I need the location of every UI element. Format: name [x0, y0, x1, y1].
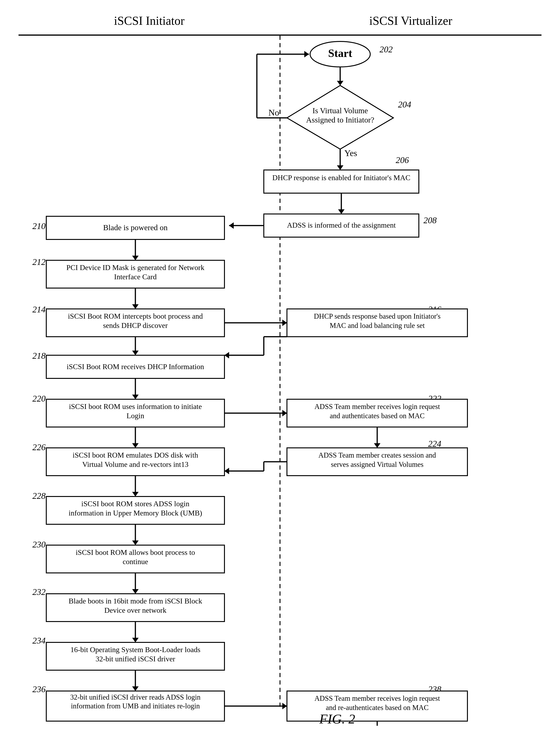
arrow-head-222-224	[374, 443, 380, 448]
box-226-text-1: iSCSI boot ROM emulates DOS disk with	[73, 451, 198, 459]
ref-232: 232	[33, 587, 45, 597]
ref-204: 204	[398, 100, 411, 109]
ref-226: 226	[33, 442, 45, 452]
box-216-text-1: DHCP sends response based upon Initiator…	[314, 312, 441, 320]
ref-206: 206	[396, 155, 409, 165]
box-224-text-1: ADSS Team member creates session and	[318, 451, 436, 459]
box-212-text-1: PCI Device ID Mask is generated for Netw…	[66, 263, 204, 272]
ref-208: 208	[423, 215, 437, 225]
left-column-header: iSCSI Initiator	[19, 14, 280, 27]
box-214-text-2: sends DHCP discover	[103, 321, 168, 330]
box-206-text-1: DHCP response is enabled for Initiator's…	[272, 173, 411, 182]
arrow-head-to-238	[282, 703, 287, 709]
arrow-head-to-218-left	[132, 351, 139, 355]
arrow-head-212-214	[132, 304, 139, 309]
arrow-head-to-218	[224, 352, 229, 359]
box-236-text-1: 32-bit unified iSCSI driver reads ADSS l…	[70, 693, 201, 701]
box-228-text-2: information in Upper Memory Block (UMB)	[69, 509, 202, 517]
svg-text:Blade is powered on: Blade is powered on	[103, 223, 168, 232]
flowchart-svg: Start 202 Is Virtual Volume Assigned to …	[19, 36, 541, 726]
arrow-head-to-226	[224, 468, 229, 474]
box-234-text-1: 16-bit Operating System Boot-Loader load…	[71, 645, 200, 654]
ref-234: 234	[33, 636, 45, 645]
box-236-text-2: information from UMB and initiates re-lo…	[71, 702, 200, 710]
arrow-head-208-left	[229, 222, 234, 229]
arrow-head-218-220	[132, 394, 139, 399]
yes-label: Yes	[344, 148, 357, 158]
box-234-text-2: 32-bit unified iSCSI driver	[96, 655, 175, 663]
no-label: No	[268, 108, 279, 117]
box-230-text-2: continue	[123, 557, 148, 566]
column-headers: iSCSI Initiator iSCSI Virtualizer	[19, 14, 541, 27]
ref-224: 224	[428, 439, 441, 448]
box-232-text-2: Device over network	[104, 606, 166, 614]
box-228-text-1: iSCSI boot ROM stores ADSS login	[81, 500, 189, 508]
box-220-text-1: iSCSI boot ROM uses information to initi…	[69, 402, 202, 410]
box-218-text: iSCSI Boot ROM receives DHCP Information	[67, 362, 204, 371]
ref-218: 218	[33, 351, 45, 361]
ref-236: 236	[33, 684, 45, 694]
box-232-text-1: Blade boots in 16bit mode from iSCSI Blo…	[69, 597, 202, 605]
ref-220: 220	[33, 394, 45, 403]
arrow-head-234-236	[132, 687, 139, 691]
arrow-head-1	[337, 81, 343, 85]
arrow-head-to-222	[282, 410, 287, 417]
right-column-header: iSCSI Virtualizer	[280, 14, 541, 27]
arrow-head-226-228	[132, 492, 139, 497]
arrow-head-232-234	[132, 638, 139, 642]
box-222-text-1: ADSS Team member receives login request	[315, 403, 440, 410]
arrow-head-228-230	[132, 541, 139, 545]
box-224-text-2: serves assigned Virtual Volumes	[331, 460, 423, 468]
arrow-head-230-232	[132, 589, 139, 594]
box-216-text-2: MAC and load balancing rule set	[330, 322, 425, 330]
page: iSCSI Initiator iSCSI Virtualizer Start …	[0, 0, 560, 754]
box-230-text-1: iSCSI boot ROM allows boot process to	[76, 548, 195, 557]
arrow-head-220-226	[132, 443, 139, 448]
box-208-text: ADSS is informed of the assignment	[287, 221, 396, 229]
start-label: Start	[328, 47, 352, 59]
ref-228: 228	[33, 491, 45, 501]
box-226-text-2: Virtual Volume and re-vectors int13	[82, 460, 188, 468]
box-212-text-2: Interface Card	[114, 273, 157, 281]
diamond-text-2: Assigned to Initiator?	[306, 116, 375, 124]
fig-label: FIG. 2	[319, 711, 355, 726]
box-222-text-2: and authenticates based on MAC	[330, 412, 425, 420]
box-220-text-2: Login	[126, 411, 144, 420]
arrow-head-206-208	[338, 209, 344, 214]
box-238-text-2: and re-authenticates based on MAC	[326, 703, 428, 712]
yes-arrow-head	[337, 165, 343, 170]
arrow-head-to-216	[282, 320, 287, 326]
box-214-text-1: iSCSI Boot ROM intercepts boot process a…	[68, 312, 203, 320]
ref-212: 212	[33, 257, 45, 267]
ref-230: 230	[33, 540, 45, 549]
ref-202: 202	[380, 44, 393, 54]
arrow-head-210-212	[132, 256, 139, 260]
diamond-text-1: Is Virtual Volume	[313, 106, 368, 115]
box-238-text-1: ADSS Team member receives login request	[315, 694, 440, 702]
ref-214: 214	[33, 305, 45, 314]
ref-210: 210	[33, 221, 45, 231]
no-arrow-head	[304, 51, 309, 57]
